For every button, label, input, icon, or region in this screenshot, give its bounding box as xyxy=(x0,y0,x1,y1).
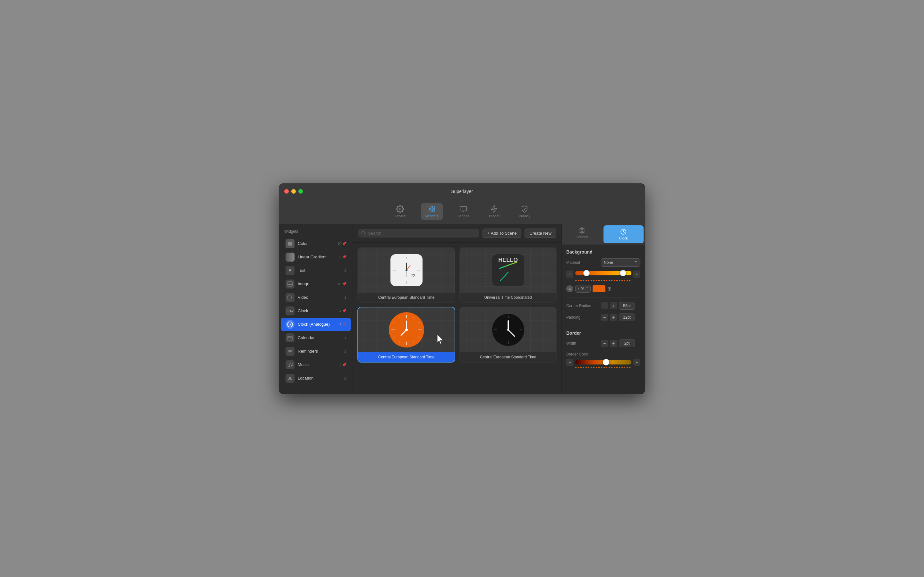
gradient-controls-row: ↑ 0° ⌃ ⊞ xyxy=(566,285,640,293)
corner-radius-minus[interactable]: − xyxy=(601,302,608,309)
location-label: Location xyxy=(298,376,344,380)
padding-row: Padding − + 12pt xyxy=(566,314,640,321)
image-count: 10 📌 xyxy=(338,282,346,286)
svg-rect-9 xyxy=(288,296,291,299)
tab-clock[interactable]: Clock xyxy=(604,226,644,243)
svg-rect-7 xyxy=(288,282,292,286)
privacy-icon xyxy=(521,205,528,213)
cursor-indicator xyxy=(436,334,445,346)
border-color-thumb[interactable] xyxy=(603,359,609,366)
create-new-button[interactable]: Create New xyxy=(525,229,556,238)
corner-radius-stepper: − + 58pt xyxy=(601,302,635,309)
svg-marker-23 xyxy=(288,376,292,380)
search-bar: + Add To Scene Create New xyxy=(353,224,561,243)
close-button[interactable] xyxy=(284,189,289,193)
material-select[interactable]: None ⌃ xyxy=(601,258,640,267)
svg-rect-3 xyxy=(429,210,431,212)
widget-card-4[interactable]: Central European Standard Time xyxy=(459,307,557,363)
color-preview-swatch[interactable] xyxy=(593,285,606,292)
material-row: Material None ⌃ xyxy=(566,258,640,267)
sidebar-item-text[interactable]: A Text 2 xyxy=(281,264,351,277)
eyedropper-icon[interactable] xyxy=(566,285,573,292)
tab-general-icon xyxy=(579,227,585,234)
search-input[interactable] xyxy=(368,231,476,235)
border-color-minus[interactable]: − xyxy=(566,359,573,366)
grid-view-icon[interactable]: ⊞ xyxy=(607,285,612,292)
sidebar-item-location[interactable]: Location 2 xyxy=(281,372,351,385)
toolbar-widgets-label: Widgets xyxy=(425,214,438,218)
border-color-label: Border Color xyxy=(566,352,588,356)
sidebar-item-image[interactable]: Image 10 📌 xyxy=(281,277,351,291)
sidebar-item-clock[interactable]: 9:42 Clock 4 📌 xyxy=(281,304,351,318)
gradient-icon xyxy=(286,253,294,261)
svg-point-50 xyxy=(405,329,408,331)
color-icon xyxy=(286,239,294,248)
location-count: 2 xyxy=(344,376,346,380)
search-wrap[interactable] xyxy=(358,229,479,237)
padding-label: Padding xyxy=(566,315,598,319)
border-width-minus[interactable]: − xyxy=(601,340,608,347)
maximize-button[interactable] xyxy=(298,189,303,193)
minimize-button[interactable] xyxy=(291,189,296,193)
svg-point-59 xyxy=(581,229,583,231)
sidebar-item-video[interactable]: Video 1 xyxy=(281,291,351,304)
window-title: Superlayer xyxy=(451,189,473,194)
tab-clock-icon xyxy=(620,229,627,235)
calendar-label: Calendar xyxy=(298,335,344,340)
sidebar-item-calendar[interactable]: Calendar 1 xyxy=(281,331,351,345)
widget-preview-4 xyxy=(460,308,556,352)
clock-analogue-label: Clock (Analogue) xyxy=(298,322,339,327)
bg-color-slider[interactable] xyxy=(575,271,632,276)
svg-rect-14 xyxy=(288,336,292,340)
sidebar-title: Widgets xyxy=(279,228,352,237)
toolbar-item-trigger[interactable]: Trigger xyxy=(484,203,504,220)
scenes-icon xyxy=(459,205,467,213)
padding-plus[interactable]: + xyxy=(610,314,617,321)
bg-color-minus[interactable]: − xyxy=(566,271,573,277)
widget-label-1: Central European Standard Time xyxy=(358,293,455,302)
bg-color-thumb-right[interactable] xyxy=(620,270,626,276)
text-icon: A xyxy=(286,266,294,275)
svg-line-62 xyxy=(624,232,625,232)
angle-input[interactable]: ↑ 0° ⌃ xyxy=(575,285,591,293)
calendar-icon xyxy=(286,334,294,342)
toolbar-item-privacy[interactable]: Privacy xyxy=(514,203,535,220)
corner-radius-plus[interactable]: + xyxy=(610,302,617,309)
search-icon xyxy=(361,231,365,235)
sidebar-item-clock-analogue[interactable]: Clock (Analogue) 4 📌 xyxy=(281,318,351,331)
sidebar-item-reminders[interactable]: Reminders 1 xyxy=(281,345,351,358)
clock-icon: 9:42 xyxy=(286,306,294,316)
toolbar-item-widgets[interactable]: Widgets xyxy=(421,203,443,220)
border-gradient-dots xyxy=(575,367,632,368)
padding-minus[interactable]: − xyxy=(601,314,608,321)
bg-color-plus[interactable]: + xyxy=(633,271,640,277)
corner-radius-label: Corner Radius xyxy=(566,303,598,308)
toolbar-item-scenes[interactable]: Scenes xyxy=(453,203,474,220)
toolbar-item-general[interactable]: General xyxy=(389,203,411,220)
widget-card-3[interactable]: Central European Standard Time xyxy=(357,307,455,363)
widget-card-1[interactable]: 22 Central European Standard Time xyxy=(357,247,455,303)
widget-card-2[interactable]: HELLO Universal Time Coordinated xyxy=(459,247,557,303)
border-section-title: Border xyxy=(566,330,640,335)
svg-rect-5 xyxy=(460,206,467,211)
corner-radius-value: 58pt xyxy=(619,302,635,309)
sidebar-item-linear-gradient[interactable]: Linear Gradient 9 📌 xyxy=(281,250,351,264)
bg-color-thumb-left[interactable] xyxy=(583,270,590,276)
svg-marker-51 xyxy=(437,334,443,344)
clock-face-dark xyxy=(492,314,524,346)
reminders-label: Reminders xyxy=(298,349,344,354)
widget-label-4: Central European Standard Time xyxy=(460,352,556,362)
border-color-plus[interactable]: + xyxy=(633,359,640,366)
svg-point-24 xyxy=(362,231,364,234)
reminders-icon xyxy=(286,347,294,356)
svg-line-45 xyxy=(393,336,395,337)
border-width-plus[interactable]: + xyxy=(610,340,617,347)
tab-clock-label: Clock xyxy=(619,236,628,240)
border-color-slider[interactable] xyxy=(575,360,632,364)
color-count: 10 📌 xyxy=(338,242,346,245)
sidebar-item-music[interactable]: Music 4 📌 xyxy=(281,358,351,372)
sidebar-item-color[interactable]: Color 10 📌 xyxy=(281,237,351,250)
add-to-scene-button[interactable]: + Add To Scene xyxy=(483,229,521,238)
widget-preview-2: HELLO xyxy=(460,248,556,293)
tab-general[interactable]: General xyxy=(562,224,602,245)
